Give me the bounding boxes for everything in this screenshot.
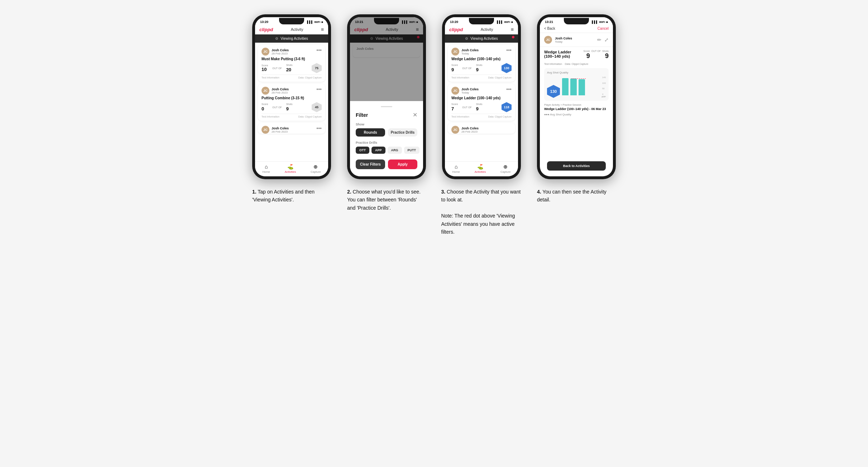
practice-drills-tab-2[interactable]: Practice Drills [388, 128, 417, 137]
close-icon-2[interactable]: ✕ [413, 111, 417, 118]
home-icon-3: ⌂ [455, 164, 457, 170]
signal-icon-3: ▌▌▌ [497, 20, 503, 24]
back-btn-4[interactable]: < Back [544, 27, 555, 30]
expand-icon-4[interactable]: ⤢ [604, 37, 609, 43]
drill-ott-2[interactable]: OTT [356, 147, 369, 154]
wifi-icon-3: WiFi [504, 20, 510, 24]
scroll-area-3[interactable]: JC Josh Coles Today ••• Wedge Ladder (10… [445, 43, 518, 161]
activities-icon-1: ⛳ [287, 164, 293, 170]
card-title-3-1: Wedge Ladder (100–140 yds) [451, 57, 512, 61]
user-meta-3-3: Josh Coles 28 Feb 2023 [461, 127, 479, 133]
nav-capture-3[interactable]: ⊕ Capture [500, 164, 510, 173]
detail-score-area-4: Score 9 OUT OF Shots 9 [583, 50, 609, 60]
avatar-1-2: JC [262, 87, 269, 95]
caption-4: 4. You can then see the Activity detail. [537, 188, 616, 204]
user-info-3-3: JC Josh Coles 28 Feb 2023 [451, 126, 479, 134]
drill-app-2[interactable]: APP [371, 147, 385, 154]
dots-menu-3-2[interactable]: ••• [506, 87, 512, 92]
bottom-nav-1: ⌂ Home ⛳ Activities ⊕ Capture [255, 161, 328, 176]
detail-content-4: Wedge Ladder (100–140 yds) Score 9 OUT O… [540, 47, 613, 176]
shots-stat-3-1: Shots 9 [476, 64, 483, 73]
activity-card-3-2[interactable]: JC Josh Coles Today ••• Wedge Ladder (10… [448, 84, 515, 121]
nav-home-3[interactable]: ⌂ Home [452, 164, 460, 173]
rounds-tab-2[interactable]: Rounds [356, 128, 385, 137]
user-meta-1-2: Josh Coles 28 Feb 2023 [272, 87, 289, 94]
user-name-3-3: Josh Coles [461, 127, 479, 130]
detail-outof-4: OUT OF [591, 50, 601, 52]
caption-3: 3. Choose the Activity that you want to … [441, 188, 522, 236]
caption-text-1: Tap on Activities and then 'Viewing Acti… [252, 189, 315, 202]
caption-2: 2. Choose what you'd like to see. You ca… [347, 188, 426, 212]
dots-menu-1-3[interactable]: ••• [316, 126, 322, 131]
hamburger-icon-1[interactable]: ≡ [321, 27, 324, 32]
user-info-3-2: JC Josh Coles Today [451, 87, 479, 95]
score-value-1-1: 10 [262, 67, 267, 72]
hex-badge-4: 130 [547, 85, 560, 98]
apply-btn-2[interactable]: Apply [388, 159, 417, 169]
user-info-3-1: JC Josh Coles Today [451, 48, 479, 56]
user-meta-1-3: Josh Coles 28 Feb 2023 [272, 127, 289, 133]
chart-section-4: Avg Shot Quality 130 140 100 50 [544, 68, 609, 101]
nav-activities-1[interactable]: ⛳ Activities [285, 164, 296, 173]
card-header-1-2: JC Josh Coles 28 Feb 2023 ••• [262, 87, 322, 95]
avatar-3-2: JC [451, 87, 459, 95]
viewing-banner-3[interactable]: ⚙ Viewing Activities [445, 34, 518, 43]
user-name-1-2: Josh Coles [272, 87, 289, 91]
score-stat-1-1: Score 10 [262, 64, 268, 72]
score-value-1-2: 0 [262, 106, 264, 111]
avatar-3-3: JC [451, 126, 459, 134]
activities-label-3: Activities [475, 170, 486, 173]
card-title-3-2: Wedge Ladder (100–140 yds) [451, 96, 512, 100]
step-num-1: 1. [252, 189, 256, 195]
step-num-3: 3. [441, 189, 446, 195]
nav-home-1[interactable]: ⌂ Home [262, 164, 270, 173]
capture-label-3: Capture [500, 170, 510, 173]
phone-4: 13:21 ▌▌▌ WiFi ■ < Back Cancel JC [537, 14, 616, 179]
cancel-btn-4[interactable]: Cancel [598, 27, 609, 30]
phone-4-column: 13:21 ▌▌▌ WiFi ■ < Back Cancel JC [536, 14, 617, 204]
shots-value-3-1: 9 [476, 67, 479, 72]
clear-filters-btn-2[interactable]: Clear Filters [356, 159, 385, 169]
app-header-1: clippd Activity ≡ [255, 25, 328, 34]
user-name-1-3: Josh Coles [272, 127, 289, 130]
detail-user-date-4: Today [555, 40, 572, 43]
detail-info-label-4: Test Information [544, 63, 562, 65]
logo-1: clippd [259, 27, 273, 32]
avatar-1-1: JC [262, 48, 269, 56]
session-breadcrumb-4: Player Activity > Practice Session [544, 104, 609, 106]
user-info-1-2: JC Josh Coles 28 Feb 2023 [262, 87, 289, 95]
viewing-banner-1[interactable]: ⚙ Viewing Activities [255, 34, 328, 43]
drill-putt-2[interactable]: PUTT [404, 147, 420, 154]
shots-stat-3-2: Shots 9 [476, 103, 483, 112]
card-stats-3-1: Score 9 OUT OF Shots 9 130 [451, 63, 512, 73]
hamburger-icon-3[interactable]: ≡ [511, 27, 514, 32]
user-date-1-2: 28 Feb 2023 [272, 91, 289, 94]
activity-card-1-2: JC Josh Coles 28 Feb 2023 ••• Putting Co… [258, 84, 325, 121]
page-container: 13:20 ▌▌▌ WiFi ■ clippd Activity ≡ ⚙ V [251, 14, 617, 236]
dots-menu-3-1[interactable]: ••• [506, 48, 512, 53]
drill-btn-row-2: OTT APP ARG PUTT [356, 147, 417, 154]
detail-user-info-4: JC Josh Coles Today [544, 36, 572, 44]
detail-shots-val-4: 9 [605, 52, 609, 59]
dots-menu-1-2[interactable]: ••• [316, 87, 322, 92]
card-stats-1-2: Score 0 OUT OF Shots 9 45 [262, 102, 322, 112]
activity-card-1-1: JC Josh Coles 28 Feb 2023 ••• Must Make … [258, 45, 325, 82]
banner-text-1: Viewing Activities [280, 37, 308, 40]
nav-capture-1[interactable]: ⊕ Capture [311, 164, 321, 173]
phone-3-column: 13:20 ▌▌▌ WiFi ■ clippd Activity ≡ ⚙ V [441, 14, 522, 236]
activity-card-3-1[interactable]: JC Josh Coles Today ••• Wedge Ladder (10… [448, 45, 515, 82]
activity-card-1-3: JC Josh Coles 28 Feb 2023 ••• [258, 123, 325, 134]
footer-right-1-1: Data: Clippd Capture [298, 76, 322, 79]
session-title-4: Wedge Ladder (100–140 yds) - 06 Mar 23 [544, 107, 609, 111]
nav-activities-3[interactable]: ⛳ Activities [475, 164, 486, 173]
edit-icon-4[interactable]: ✏ [597, 37, 601, 43]
drill-arg-2[interactable]: ARG [388, 147, 402, 154]
scroll-area-1[interactable]: JC Josh Coles 28 Feb 2023 ••• Must Make … [255, 43, 328, 161]
back-activities-btn-4[interactable]: Back to Activities [547, 161, 606, 171]
dots-menu-1-1[interactable]: ••• [316, 48, 322, 53]
status-icons-4: ▌▌▌ WiFi ■ [592, 20, 608, 24]
battery-icon-3: ■ [511, 20, 513, 24]
shots-value-3-2: 9 [476, 106, 479, 111]
footer-left-3-1: Test Information [451, 76, 469, 79]
detail-action-icons-4: ✏ ⤢ [597, 37, 609, 43]
